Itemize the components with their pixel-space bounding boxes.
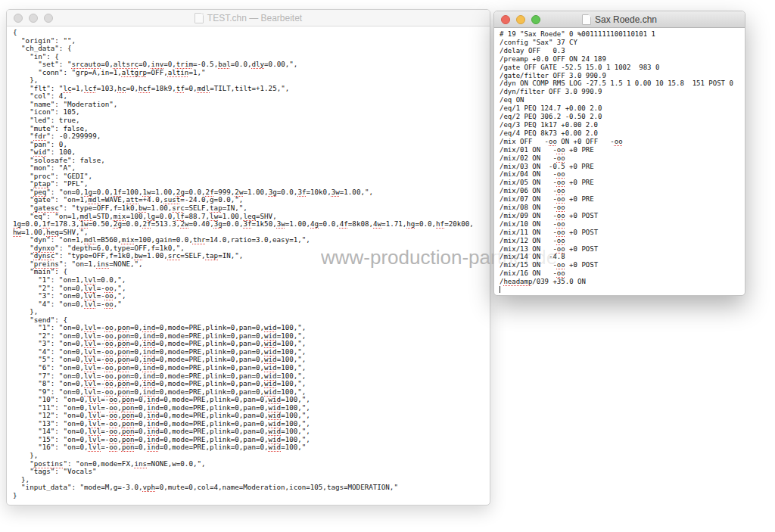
close-button[interactable] [14,14,23,23]
test-chn-titlebar[interactable]: TEST.chn — Bearbeitet [7,10,490,26]
minimize-button[interactable] [516,15,525,24]
text-editor-content[interactable]: # 19 "Sax Roede" 0 %0011111100110101 1 /… [494,28,745,297]
window-title-text: TEST.chn — Bearbeitet [207,13,302,23]
window-title-text: Sax Roede.chn [595,14,657,25]
sax-roede-titlebar[interactable]: Sax Roede.chn [494,11,745,28]
minimize-button[interactable] [29,14,38,23]
window-controls [501,11,540,27]
window-controls [14,10,53,26]
document-icon [582,14,591,25]
window-title: Sax Roede.chn [582,14,657,25]
zoom-button[interactable] [531,15,540,24]
sax-roede-chn-window: Sax Roede.chn # 19 "Sax Roede" 0 %001111… [493,11,745,296]
document-icon [195,13,204,23]
zoom-button[interactable] [44,14,53,23]
text-editor-content[interactable]: { "origin": "", "ch_data": { "in": { "se… [7,26,490,502]
close-button[interactable] [501,15,510,24]
window-title: TEST.chn — Bearbeitet [195,13,302,23]
test-chn-window: TEST.chn — Bearbeitet { "origin": "", "c… [6,9,490,506]
